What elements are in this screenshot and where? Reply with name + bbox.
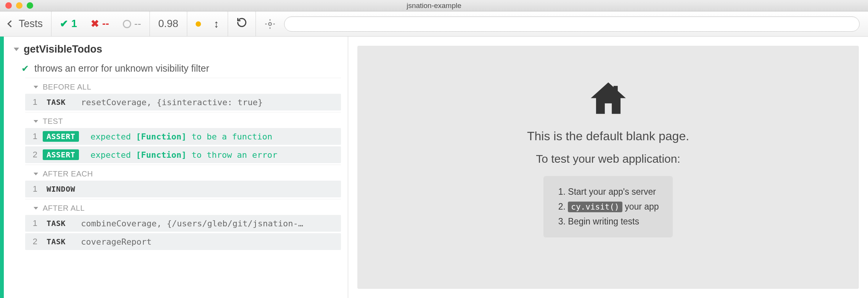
command-row[interactable]: 1 ASSERT expected [Function] to be a fun… [25, 128, 341, 145]
command-row[interactable]: 1 TASK resetCoverage, {isinteractive: tr… [25, 94, 341, 111]
svg-point-0 [268, 22, 272, 26]
pending-stat: -- [123, 18, 141, 30]
code-chip: cy.visit() [568, 202, 622, 212]
command-message: coverageReport [81, 237, 151, 247]
selector-playground-icon[interactable] [264, 18, 276, 30]
home-icon [587, 80, 629, 118]
back-to-tests-button[interactable]: Tests [0, 11, 51, 36]
svg-rect-1 [613, 86, 617, 93]
command-index: 1 [25, 131, 40, 141]
command-index: 1 [25, 97, 40, 107]
instruction-step: Begin writing tests [568, 214, 659, 229]
command-row[interactable]: 2 TASK coverageReport [25, 233, 341, 250]
pending-count: -- [134, 18, 141, 30]
check-icon: ✔ [21, 63, 29, 74]
pending-icon [123, 20, 131, 28]
reporter-status-bar [0, 37, 4, 298]
chevron-left-icon [7, 20, 14, 27]
reporter-panel: getVisibleTodos ✔ throws an error for un… [0, 37, 348, 298]
x-icon: ✖ [91, 18, 99, 30]
caret-down-icon [14, 48, 19, 51]
url-input[interactable] [284, 16, 860, 32]
command-message: expected [Function] to be a function [90, 132, 272, 141]
command-message: expected [Function] to throw an error [90, 150, 277, 160]
duration-cell: 0.98 [150, 11, 187, 36]
failed-count: -- [102, 18, 109, 30]
titlebar: jsnation-example [0, 0, 868, 11]
reload-button[interactable] [228, 11, 256, 36]
suite-title: getVisibleTodos [24, 43, 102, 55]
window-title: jsnation-example [0, 2, 868, 10]
command-message: combineCoverage, {/users/gleb/git/jsnati… [81, 219, 303, 228]
caret-down-icon [34, 173, 38, 175]
hook-label: AFTER ALL [43, 204, 85, 213]
command-index: 2 [25, 237, 40, 247]
main-split: getVisibleTodos ✔ throws an error for un… [0, 37, 868, 298]
failed-stat: ✖ -- [91, 18, 109, 30]
aut-preview-wrapper: This is the default blank page. To test … [348, 37, 868, 298]
instruction-step: cy.visit() your app [568, 199, 659, 214]
caret-down-icon [34, 120, 38, 123]
instruction-step: Start your app's server [568, 184, 659, 199]
hook-label: BEFORE ALL [43, 83, 91, 91]
command-index: 2 [25, 150, 40, 160]
back-label: Tests [19, 18, 43, 30]
caret-down-icon [34, 207, 38, 210]
test-title: throws an error for unknown visibility f… [34, 63, 209, 74]
toolbar: Tests ✔ 1 ✖ -- -- 0.98 ↕ [0, 11, 868, 37]
passed-stat: ✔ 1 [60, 18, 77, 30]
caret-down-icon [34, 86, 38, 88]
run-stats: ✔ 1 ✖ -- -- [51, 11, 150, 36]
command-row[interactable]: 2 ASSERT expected [Function] to throw an… [25, 146, 341, 163]
aut-blank-page: This is the default blank page. To test … [357, 46, 859, 289]
blank-page-subheading: To test your web application: [536, 152, 680, 165]
hook-test[interactable]: TEST [25, 112, 341, 128]
passed-count: 1 [71, 18, 77, 30]
reload-icon [236, 17, 247, 30]
hook-label: TEST [43, 117, 63, 126]
command-name: ASSERT [43, 131, 79, 142]
instructions-box: Start your app's server cy.visit() your … [543, 176, 672, 237]
command-index: 1 [25, 218, 40, 228]
check-icon: ✔ [60, 18, 68, 30]
command-row[interactable]: 1 TASK combineCoverage, {/users/gleb/git… [25, 215, 341, 232]
status-dot-icon [196, 21, 201, 27]
command-name: TASK [43, 97, 69, 107]
command-index: 1 [25, 184, 40, 194]
command-name: WINDOW [43, 184, 79, 194]
command-name: TASK [43, 236, 69, 247]
command-message: resetCoverage, {isinteractive: true} [81, 98, 263, 107]
command-name: TASK [43, 218, 69, 229]
command-name: ASSERT [43, 149, 79, 160]
viewport-scale-icon[interactable]: ↕ [214, 18, 219, 30]
hook-before-all[interactable]: BEFORE ALL [25, 78, 341, 94]
hook-after-each[interactable]: AFTER EACH [25, 165, 341, 181]
command-row[interactable]: 1 WINDOW [25, 181, 341, 197]
duration-value: 0.98 [158, 18, 178, 30]
suite-row[interactable]: getVisibleTodos [4, 43, 348, 60]
test-row[interactable]: ✔ throws an error for unknown visibility… [4, 60, 348, 78]
hook-label: AFTER EACH [43, 170, 93, 178]
hook-after-all[interactable]: AFTER ALL [25, 199, 341, 215]
blank-page-heading: This is the default blank page. [527, 129, 689, 143]
